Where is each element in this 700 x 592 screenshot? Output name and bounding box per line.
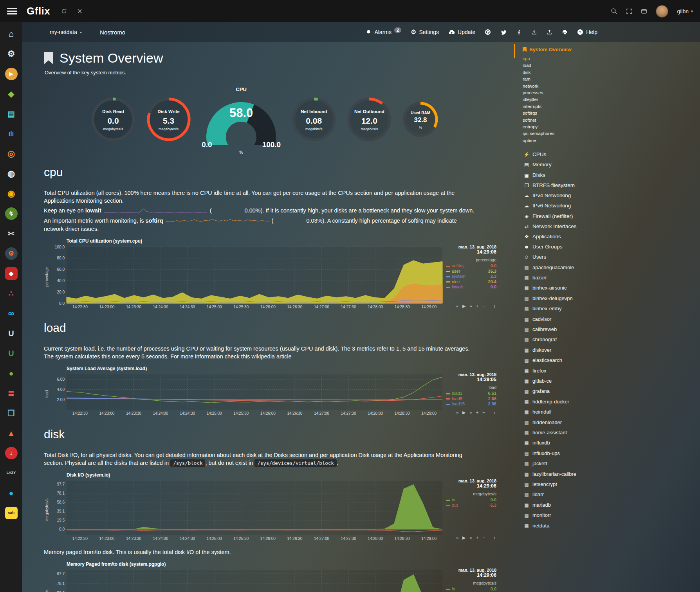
- sidebar-section-ipv6-networking[interactable]: ☁IPv6 Networking: [523, 201, 699, 211]
- zoom-out-button[interactable]: −: [482, 410, 485, 415]
- sidebar-app-letsencrypt[interactable]: ▦letsencrypt: [523, 479, 699, 489]
- sidebar-item-entropy[interactable]: entropy: [523, 124, 699, 130]
- sidebar-app-drop-app[interactable]: ●: [0, 483, 22, 503]
- sidebar-item-network[interactable]: network: [523, 83, 699, 90]
- sidebar-item-disk[interactable]: disk: [523, 69, 699, 76]
- zoom-in-button[interactable]: +: [476, 410, 478, 415]
- play-button[interactable]: ▶: [462, 410, 465, 415]
- sidebar-section-disks[interactable]: ▣Disks: [523, 170, 699, 180]
- gauge-net-inbound[interactable]: Net Inbound0.08megabits/s: [291, 96, 337, 144]
- sidebar-app-hddtemp-docker[interactable]: ▦hddtemp-docker: [523, 397, 699, 407]
- sidebar-app-sabnzbd[interactable]: sab: [0, 503, 22, 523]
- legend-entry-load5[interactable]: load52.68: [446, 396, 496, 402]
- sidebar-app-heimdall[interactable]: ▦heimdall: [523, 407, 699, 417]
- gauge-cpu[interactable]: CPU58.00.0100.0%: [201, 86, 281, 154]
- zoom-out-button[interactable]: −: [482, 304, 485, 309]
- sidebar-app-hiddenloader[interactable]: ▦hiddenloader: [523, 417, 699, 428]
- sidebar-app-firefox[interactable]: ▦firefox: [523, 366, 699, 376]
- legend-entry-nice[interactable]: nice20.4: [446, 279, 496, 285]
- sidebar-section-memory[interactable]: ▤Memory: [523, 160, 699, 170]
- sidebar-app-influxdb-ups[interactable]: ▦influxdb-ups: [523, 448, 699, 459]
- pgpgio-chart-plot[interactable]: 97.778.158.639.119.50.014:22:3014:23:001…: [49, 568, 445, 592]
- sidebar-app-white-disc-app[interactable]: ◍: [0, 164, 22, 184]
- sidebar-app-binhex-delugevpn[interactable]: ▦binhex-delugevpn: [523, 293, 699, 304]
- sidebar-app-jackett[interactable]: ⚙: [0, 243, 22, 263]
- sidebar-app-mariadb[interactable]: ▦mariadb: [523, 500, 699, 510]
- sidebar-app-shield-app[interactable]: ◆: [0, 263, 22, 283]
- gauge-disk-read[interactable]: Disk Read0.0megabytes/s: [90, 96, 136, 144]
- sidebar-app-lazylibrarian-calibre[interactable]: ▦lazylibrarian-calibre: [523, 469, 699, 479]
- pan-left-button[interactable]: «: [456, 535, 458, 540]
- sidebar-item-cpu[interactable]: cpu: [523, 56, 699, 62]
- server-dropdown[interactable]: my-netdata ▾: [50, 29, 82, 35]
- nav-print[interactable]: [562, 29, 568, 35]
- sidebar-app-apacheguacamole[interactable]: ▦apacheguacamole: [523, 263, 699, 273]
- sidebar-section-network-interfaces[interactable]: ⇄Network Interfaces: [523, 221, 699, 232]
- gauge-net-outbound[interactable]: Net Outbound12.0megabits/s: [346, 96, 392, 144]
- sidebar-app-elasticsearch[interactable]: ▦elasticsearch: [523, 355, 699, 365]
- play-button[interactable]: ▶: [462, 304, 465, 309]
- zoom-in-button[interactable]: +: [476, 535, 478, 540]
- nav-settings[interactable]: ⚙Settings: [411, 29, 439, 35]
- legend-entry-system[interactable]: system2.3: [446, 274, 496, 279]
- legend-entry-in[interactable]: in0.0: [446, 587, 496, 592]
- sidebar-section-user-groups[interactable]: ☻User Groups: [523, 242, 699, 252]
- pan-right-button[interactable]: »: [470, 304, 472, 309]
- avatar[interactable]: [656, 5, 668, 18]
- sidebar-app-pills-app[interactable]: ≣: [0, 383, 22, 403]
- pan-right-button[interactable]: »: [470, 535, 472, 540]
- sidebar-app-green-u-app[interactable]: U: [0, 343, 22, 363]
- sidebar-app-home[interactable]: ⌂: [0, 24, 22, 44]
- zoom-in-button[interactable]: +: [476, 304, 478, 309]
- sidebar-section-users[interactable]: ☺Users: [523, 252, 699, 262]
- sidebar-app-download-app[interactable]: ↓: [0, 443, 22, 463]
- cpu-chart-plot[interactable]: 100.080.060.040.020.00.014:22:3014:23:00…: [49, 245, 445, 309]
- gauge-used-ram[interactable]: Used RAM32.8%: [402, 101, 439, 140]
- sidebar-app-airsonic[interactable]: ılı: [0, 124, 22, 144]
- sidebar-app-binhex-airsonic[interactable]: ▦binhex-airsonic: [523, 283, 699, 293]
- sidebar-section-ipv4-networking[interactable]: ☁IPv4 Networking: [523, 191, 699, 201]
- nav-github[interactable]: [485, 29, 491, 35]
- sidebar-section-applications[interactable]: ❖Applications: [523, 232, 699, 242]
- sidebar-app-search-app[interactable]: ◎: [0, 144, 22, 164]
- sidebar-header-system-overview[interactable]: System Overview: [523, 47, 699, 52]
- sidebar-item-softnet[interactable]: softnet: [523, 117, 699, 124]
- nav-update[interactable]: Update: [448, 29, 475, 36]
- legend-entry-iowait[interactable]: iowait0.0: [446, 284, 496, 290]
- legend-entry-softirq[interactable]: softirq0.0: [446, 263, 496, 269]
- load-chart-plot[interactable]: 6.004.002.0014:22:3014:23:0014:23:3014:2…: [49, 372, 445, 416]
- resize-handle[interactable]: ↕: [494, 410, 496, 415]
- sidebar-app-chronograf[interactable]: ▦chronograf: [523, 335, 699, 345]
- nav-facebook[interactable]: [516, 29, 522, 35]
- sidebar-app-home-assistant[interactable]: ▦home-assistant: [523, 428, 699, 438]
- sidebar-section-btrfs-filesystem[interactable]: ❐BTRFS filesystem: [523, 180, 699, 191]
- sidebar-app-netdata[interactable]: ▦netdata: [523, 521, 699, 531]
- gauge-disk-write[interactable]: Disk Write5.3megabytes/s: [146, 96, 192, 144]
- nav-download[interactable]: [531, 29, 537, 35]
- sidebar-item-load[interactable]: load: [523, 62, 699, 69]
- sidebar-app-grafana[interactable]: ▦grafana: [523, 386, 699, 396]
- sidebar-app-lazylibrarian[interactable]: LAZY: [0, 463, 22, 483]
- sidebar-app-influxdb[interactable]: ▦influxdb: [523, 438, 699, 448]
- tabs-icon[interactable]: [641, 8, 647, 14]
- sidebar-item-interrupts[interactable]: interrupts: [523, 103, 699, 110]
- search-icon[interactable]: [611, 8, 617, 14]
- nav-alarms[interactable]: Alarms2: [366, 29, 401, 35]
- legend-entry-load15[interactable]: load152.06: [446, 401, 496, 407]
- sidebar-item-uptime[interactable]: uptime: [523, 137, 699, 144]
- legend-entry-in[interactable]: in0.0: [446, 497, 496, 503]
- sidebar-app-settings[interactable]: ⚙: [0, 44, 22, 64]
- sidebar-app-green-disc-app[interactable]: ●: [0, 363, 22, 383]
- sidebar-app-gitlab-ce[interactable]: ▦gitlab-ce: [523, 376, 699, 386]
- legend-entry-user[interactable]: user35.3: [446, 269, 496, 274]
- sidebar-section-firewall-netfilter-[interactable]: ◈Firewall (netfilter): [523, 211, 699, 221]
- pan-right-button[interactable]: »: [470, 410, 472, 415]
- sidebar-app-diskover[interactable]: ▦diskover: [523, 345, 699, 355]
- sidebar-app-cadvisor[interactable]: ▦cadvisor: [523, 314, 699, 324]
- sidebar-app-calibreweb[interactable]: ▦calibreweb: [523, 324, 699, 335]
- sidebar-app-gitlab[interactable]: ▲: [0, 423, 22, 443]
- fullscreen-icon[interactable]: [626, 8, 632, 14]
- sidebar-app-lidarr[interactable]: ▦lidarr: [523, 489, 699, 500]
- sidebar-app-bazarr[interactable]: ▦bazarr: [523, 273, 699, 283]
- legend-entry-load1[interactable]: load16.51: [446, 391, 496, 396]
